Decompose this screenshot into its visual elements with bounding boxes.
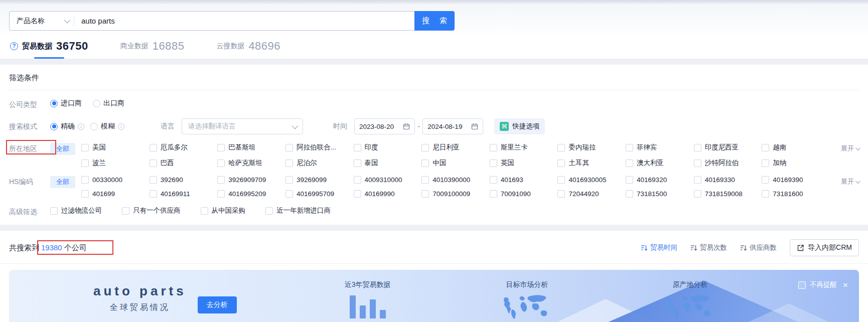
checkbox[interactable] <box>421 190 429 198</box>
hs-checkbox-item[interactable]: 4016995209 <box>217 190 285 198</box>
checkbox[interactable] <box>557 159 565 167</box>
checkbox[interactable] <box>490 190 497 198</box>
checkbox[interactable] <box>122 207 129 215</box>
checkbox[interactable] <box>421 176 429 184</box>
radio-selected-icon[interactable] <box>50 100 58 107</box>
hs-checkbox-item[interactable]: 4010390000 <box>421 176 490 184</box>
checkbox[interactable] <box>285 144 293 151</box>
region-checkbox-item[interactable]: 澳大利亚 <box>626 158 694 168</box>
region-checkbox-item[interactable]: 泰国 <box>354 158 422 168</box>
close-icon[interactable]: × <box>843 281 848 289</box>
region-checkbox-item[interactable]: 越南 <box>762 143 830 152</box>
region-checkbox-item[interactable]: 英国 <box>490 158 558 168</box>
tab-business-data[interactable]: 商业数据 16885 <box>120 40 185 59</box>
region-checkbox-item[interactable]: 菲律宾 <box>626 143 694 152</box>
advanced-checkbox-item[interactable]: 过滤物流公司 <box>50 206 102 215</box>
checkbox[interactable] <box>354 159 361 167</box>
checkbox[interactable] <box>150 144 157 151</box>
checkbox[interactable] <box>557 176 565 184</box>
checkbox[interactable] <box>81 159 89 167</box>
checkbox[interactable] <box>81 144 89 151</box>
hs-checkbox-item[interactable]: 40169320 <box>626 176 694 184</box>
checkbox[interactable] <box>421 144 429 151</box>
hs-checkbox-item[interactable]: 401693 <box>490 176 558 184</box>
checkbox[interactable] <box>626 190 633 198</box>
checkbox[interactable] <box>490 144 497 151</box>
tab-trade-data[interactable]: ? 贸易数据 36750 <box>10 40 88 59</box>
region-checkbox-item[interactable]: 土耳其 <box>557 158 626 168</box>
checkbox[interactable] <box>285 159 293 167</box>
checkbox[interactable] <box>81 176 89 184</box>
sort-trade-time[interactable]: 贸易时间 <box>641 243 677 252</box>
tab-cloud-search-data[interactable]: 云搜数据 48696 <box>216 40 280 59</box>
region-checkbox-item[interactable]: 厄瓜多尔 <box>150 143 218 152</box>
checkbox[interactable] <box>50 207 58 215</box>
hs-checkbox-item[interactable]: 7318159008 <box>694 190 762 198</box>
advanced-checkbox-item[interactable]: 近一年新增进口商 <box>265 206 331 215</box>
checkbox[interactable] <box>81 190 89 198</box>
radio-icon[interactable] <box>90 123 98 130</box>
region-checkbox-item[interactable]: 尼日利亚 <box>421 143 490 152</box>
hs-expand-link[interactable]: 展开 <box>830 176 859 187</box>
hs-checkbox-item[interactable]: 4009310000 <box>354 176 422 184</box>
hs-checkbox-item[interactable]: 39269099 <box>285 176 354 184</box>
checkbox[interactable] <box>150 190 157 198</box>
checkbox[interactable] <box>762 190 769 198</box>
region-checkbox-item[interactable]: 印度尼西亚 <box>694 143 762 152</box>
checkbox[interactable] <box>217 190 225 198</box>
region-checkbox-item[interactable]: 加纳 <box>762 158 830 168</box>
checkbox[interactable] <box>150 159 157 167</box>
checkbox[interactable] <box>557 144 565 151</box>
language-select[interactable]: 请选择翻译语言 <box>182 118 303 134</box>
checkbox[interactable] <box>626 176 633 184</box>
info-icon[interactable]: i <box>118 123 124 130</box>
checkbox[interactable] <box>490 176 497 184</box>
checkbox[interactable] <box>217 159 225 167</box>
checkbox[interactable] <box>694 176 701 184</box>
search-input[interactable] <box>74 17 414 25</box>
hs-checkbox-item[interactable]: 72044920 <box>557 190 626 198</box>
hs-checkbox-item[interactable]: 40169990 <box>354 190 422 198</box>
checkbox[interactable] <box>217 144 225 151</box>
dismiss-checkbox[interactable] <box>798 281 806 289</box>
search-button[interactable]: 搜 索 <box>414 11 455 31</box>
region-all-chip[interactable]: 全部 <box>50 143 75 155</box>
quick-options-button[interactable]: ⌘ 快捷选项 <box>494 118 545 134</box>
region-checkbox-item[interactable]: 阿拉伯联合... <box>285 143 354 152</box>
region-checkbox-item[interactable]: 波兰 <box>81 158 150 168</box>
checkbox[interactable] <box>421 159 429 167</box>
checkbox[interactable] <box>557 190 565 198</box>
region-checkbox-item[interactable]: 委内瑞拉 <box>557 143 626 152</box>
region-checkbox-item[interactable]: 美国 <box>81 143 150 152</box>
region-checkbox-item[interactable]: 巴西 <box>150 158 218 168</box>
hs-checkbox-item[interactable]: 73181600 <box>762 190 830 198</box>
checkbox[interactable] <box>694 190 701 198</box>
radio-exact[interactable]: 精确 i <box>50 122 84 131</box>
checkbox[interactable] <box>150 176 157 184</box>
radio-importer[interactable]: 进口商 <box>50 99 82 108</box>
checkbox[interactable] <box>694 159 701 167</box>
radio-icon[interactable] <box>93 100 100 107</box>
checkbox[interactable] <box>490 159 497 167</box>
checkbox[interactable] <box>762 159 769 167</box>
checkbox[interactable] <box>626 159 633 167</box>
checkbox[interactable] <box>285 190 293 198</box>
checkbox[interactable] <box>762 176 769 184</box>
region-checkbox-item[interactable]: 斯里兰卡 <box>490 143 558 152</box>
advanced-checkbox-item[interactable]: 只有一个供应商 <box>122 206 181 215</box>
hs-checkbox-item[interactable]: 4016995709 <box>285 190 354 198</box>
hs-checkbox-item[interactable]: 7009100009 <box>421 190 490 198</box>
region-checkbox-item[interactable]: 印度 <box>354 143 422 152</box>
region-checkbox-item[interactable]: 沙特阿拉伯 <box>694 158 762 168</box>
sort-supplier-count[interactable]: 供应商数 <box>740 243 777 252</box>
region-expand-link[interactable]: 展开 <box>830 143 859 154</box>
hs-checkbox-item[interactable]: 40169330 <box>694 176 762 184</box>
hs-checkbox-item[interactable]: 3926909709 <box>217 176 285 184</box>
hs-checkbox-item[interactable]: 401699 <box>81 190 150 198</box>
info-icon[interactable]: i <box>78 123 84 130</box>
hs-checkbox-item[interactable]: 73181500 <box>626 190 694 198</box>
analyze-button[interactable]: 去分析 <box>198 296 237 313</box>
import-crm-button[interactable]: 导入内部CRM <box>790 239 859 256</box>
hs-checkbox-item[interactable]: 40169911 <box>150 190 218 198</box>
hs-checkbox-item[interactable]: 70091090 <box>490 190 558 198</box>
